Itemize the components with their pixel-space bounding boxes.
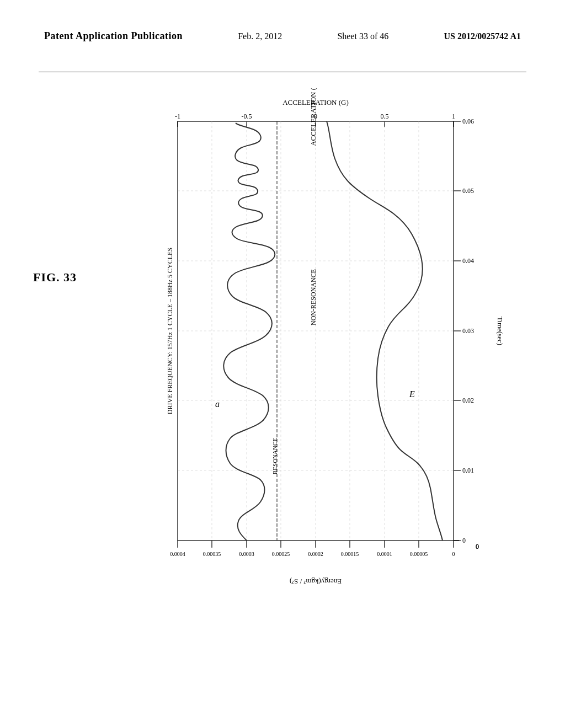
- svg-text:Time(sec): Time(sec): [496, 317, 504, 345]
- svg-text:RESONANCE: RESONANCE: [271, 438, 278, 474]
- svg-text:0.02: 0.02: [462, 397, 474, 404]
- page: Patent Application Publication Feb. 2, 2…: [0, 0, 565, 728]
- svg-text:-0.5: -0.5: [242, 113, 252, 120]
- header-divider: [39, 72, 526, 72]
- patent-number: US 2012/0025742 A1: [444, 31, 521, 41]
- publication-title: Patent Application Publication: [44, 30, 183, 42]
- svg-text:0.00035: 0.00035: [203, 551, 221, 557]
- svg-text:0.0003: 0.0003: [239, 551, 254, 557]
- chart-area: ACCELERATION (G) ACCELERATION (G) -1 -0.…: [72, 88, 526, 629]
- svg-text:0: 0: [452, 551, 455, 557]
- svg-text:1: 1: [452, 113, 455, 120]
- svg-text:0.01: 0.01: [462, 467, 474, 474]
- svg-text:0.03: 0.03: [462, 327, 474, 335]
- svg-text:0.0002: 0.0002: [308, 551, 323, 557]
- sheet-info: Sheet 33 of 46: [337, 31, 388, 41]
- figure-label: FIG. 33: [33, 270, 77, 285]
- svg-text:0.00015: 0.00015: [341, 551, 359, 557]
- svg-text:0.00005: 0.00005: [410, 551, 428, 557]
- svg-text:NON-RESONANCE: NON-RESONANCE: [310, 269, 317, 325]
- svg-text:ACCELERATION (G): ACCELERATION (G): [282, 98, 349, 106]
- svg-text:Energy(kgm² / S²): Energy(kgm² / S²): [290, 577, 342, 586]
- svg-text:E: E: [409, 389, 415, 399]
- page-header: Patent Application Publication Feb. 2, 2…: [0, 30, 565, 42]
- svg-text:0.0001: 0.0001: [377, 551, 392, 557]
- svg-text:0: 0: [314, 113, 317, 120]
- chart-svg: ACCELERATION (G) ACCELERATION (G) -1 -0.…: [72, 88, 526, 629]
- svg-text:-1: -1: [175, 113, 180, 120]
- svg-text:0.06: 0.06: [462, 117, 474, 125]
- svg-text:a: a: [215, 399, 220, 409]
- svg-text:0.5: 0.5: [381, 113, 389, 120]
- svg-text:0.00025: 0.00025: [272, 551, 290, 557]
- publication-date: Feb. 2, 2012: [238, 31, 282, 41]
- svg-text:0: 0: [462, 537, 466, 544]
- svg-text:0.04: 0.04: [462, 257, 474, 265]
- svg-text:DRIVE FREQUENCY: 157Hz  1 CYCL: DRIVE FREQUENCY: 157Hz 1 CYCLE – 188Hz 5…: [166, 248, 174, 414]
- svg-text:0: 0: [476, 543, 479, 550]
- svg-text:0.0004: 0.0004: [170, 551, 185, 557]
- svg-text:0.05: 0.05: [462, 187, 474, 195]
